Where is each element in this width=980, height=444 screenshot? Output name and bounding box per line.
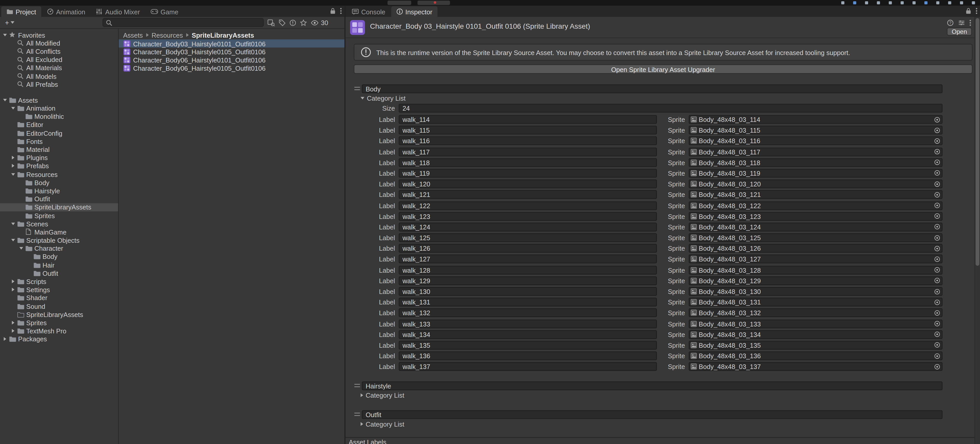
tree-item-prefabs[interactable]: Prefabs — [0, 162, 118, 170]
object-picker-icon[interactable] — [934, 213, 940, 220]
sprite-object-field[interactable]: Body_48x48_03_125 — [689, 233, 942, 242]
section-name-field[interactable] — [362, 84, 943, 93]
create-asset-button[interactable]: + — [3, 19, 16, 26]
tree-item-monolithic[interactable]: Monolithic — [0, 112, 118, 121]
object-picker-icon[interactable] — [934, 224, 940, 231]
object-picker-icon[interactable] — [934, 342, 940, 349]
asset-labels-header[interactable]: Asset Labels — [345, 437, 974, 444]
foldout-open-icon[interactable] — [1, 99, 8, 102]
object-picker-icon[interactable] — [934, 202, 940, 209]
label-field[interactable] — [399, 126, 657, 134]
tree-item-character[interactable]: Character — [0, 244, 118, 253]
tree-item-scripts[interactable]: Scripts — [0, 277, 118, 285]
label-field[interactable] — [399, 287, 657, 296]
label-field[interactable] — [399, 115, 657, 124]
foldout-closed-icon[interactable] — [10, 288, 16, 292]
sprite-object-field[interactable]: Body_48x48_03_130 — [689, 287, 942, 296]
topbar-icon[interactable] — [948, 1, 951, 4]
tree-item-outfit[interactable]: Outfit — [0, 195, 118, 203]
sprite-object-field[interactable]: Body_48x48_03_116 — [689, 137, 942, 145]
sprite-object-field[interactable]: Body_48x48_03_114 — [689, 115, 942, 124]
tree-item-animation[interactable]: Animation — [0, 104, 118, 112]
label-field[interactable] — [399, 169, 657, 177]
label-field[interactable] — [399, 244, 657, 253]
category-list-foldout[interactable]: Category List — [354, 94, 972, 102]
object-picker-icon[interactable] — [934, 288, 940, 295]
tree-item-all-excluded[interactable]: All Excluded — [0, 55, 118, 64]
topbar-icon[interactable] — [889, 1, 892, 4]
help-icon[interactable]: ? — [947, 19, 954, 26]
category-list-foldout[interactable]: Category List — [354, 391, 972, 400]
topbar-icon[interactable] — [865, 1, 868, 4]
asset-item-character-body06-hairstyle0105-outfit0106[interactable]: Character_Body06_Hairstyle0105_Outfit010… — [119, 64, 344, 72]
topbar-icon[interactable] — [960, 1, 963, 4]
sprite-object-field[interactable]: Body_48x48_03_115 — [689, 126, 942, 134]
object-picker-icon[interactable] — [934, 245, 940, 252]
label-field[interactable] — [399, 330, 657, 339]
object-picker-icon[interactable] — [934, 180, 940, 188]
label-field[interactable] — [399, 233, 657, 242]
sprite-object-field[interactable]: Body_48x48_03_119 — [689, 169, 942, 177]
tree-item-hair[interactable]: Hair — [0, 261, 118, 269]
drag-handle-icon[interactable] — [354, 87, 360, 90]
search-field[interactable] — [103, 18, 264, 27]
sprite-object-field[interactable]: Body_48x48_03_118 — [689, 158, 942, 167]
object-picker-icon[interactable] — [934, 256, 940, 263]
asset-item-character-body03-hairstyle0105-outfit0106[interactable]: Character_Body03_Hairstyle0105_Outfit010… — [119, 48, 344, 56]
hidden-items-toggle[interactable]: 30 — [311, 19, 328, 26]
object-picker-icon[interactable] — [934, 353, 940, 360]
topbar-icon[interactable] — [912, 1, 915, 4]
sprite-object-field[interactable]: Body_48x48_03_127 — [689, 255, 942, 264]
section-name-field[interactable] — [362, 381, 943, 390]
sprite-object-field[interactable]: Body_48x48_03_121 — [689, 190, 942, 199]
tree-item-material[interactable]: Material — [0, 145, 118, 154]
foldout-closed-icon[interactable] — [10, 321, 16, 325]
object-picker-icon[interactable] — [934, 137, 940, 145]
sprite-object-field[interactable]: Body_48x48_03_132 — [689, 309, 942, 317]
project-tab-game[interactable]: Game — [145, 6, 183, 17]
tree-item-all-modified[interactable]: All Modified — [0, 39, 118, 47]
label-field[interactable] — [399, 223, 657, 231]
import-activity-icon[interactable] — [290, 19, 296, 26]
tree-item-packages[interactable]: Packages — [0, 335, 118, 343]
sprite-object-field[interactable]: Body_48x48_03_137 — [689, 362, 942, 371]
label-field[interactable] — [399, 158, 657, 167]
tree-item-spritelibraryassets[interactable]: SpriteLibraryAssets — [0, 203, 118, 211]
label-field[interactable] — [399, 276, 657, 285]
search-by-label-icon[interactable] — [279, 19, 286, 26]
lock-icon[interactable] — [330, 8, 336, 14]
tree-item-plugins[interactable]: Plugins — [0, 154, 118, 162]
object-picker-icon[interactable] — [934, 191, 940, 198]
presets-icon[interactable] — [958, 20, 965, 25]
topbar-icon[interactable] — [900, 1, 904, 4]
sprite-object-field[interactable]: Body_48x48_03_120 — [689, 180, 942, 188]
object-picker-icon[interactable] — [934, 277, 940, 284]
tree-item-sprites[interactable]: Sprites — [0, 211, 118, 220]
tree-item-scriptable-objects[interactable]: Scriptable Objects — [0, 236, 118, 244]
label-field[interactable] — [399, 341, 657, 350]
sprite-object-field[interactable]: Body_48x48_03_131 — [689, 298, 942, 307]
tree-item-sound[interactable]: Sound — [0, 302, 118, 310]
object-picker-icon[interactable] — [934, 170, 940, 177]
object-picker-icon[interactable] — [934, 127, 940, 134]
project-tab-animation[interactable]: Animation — [42, 6, 91, 17]
tree-item-scenes[interactable]: Scenes — [0, 220, 118, 228]
search-input[interactable] — [115, 19, 261, 26]
tree-item-body[interactable]: Body — [0, 253, 118, 261]
upgrader-button[interactable]: Open Sprite Library Asset Upgrader — [354, 65, 972, 74]
kebab-menu-icon[interactable] — [976, 8, 977, 14]
tree-item-all-models[interactable]: All Models — [0, 72, 118, 80]
foldout-open-icon[interactable] — [10, 223, 16, 225]
label-field[interactable] — [399, 190, 657, 199]
tree-item-hairstyle[interactable]: Hairstyle — [0, 187, 118, 195]
tree-item-spritelibraryassets[interactable]: SpriteLibraryAssets — [0, 310, 118, 318]
kebab-menu-icon[interactable] — [969, 19, 971, 26]
inspector-tab-console[interactable]: Console — [347, 6, 390, 17]
label-field[interactable] — [399, 201, 657, 210]
tree-item-outfit[interactable]: Outfit — [0, 269, 118, 277]
label-field[interactable] — [399, 352, 657, 360]
breadcrumb-item-spritelibraryassets[interactable]: SpriteLibraryAssets — [192, 31, 254, 39]
project-tab-audio-mixer[interactable]: Audio Mixer — [91, 6, 145, 17]
size-field[interactable] — [399, 104, 943, 112]
tree-item-all-conflicts[interactable]: All Conflicts — [0, 47, 118, 55]
